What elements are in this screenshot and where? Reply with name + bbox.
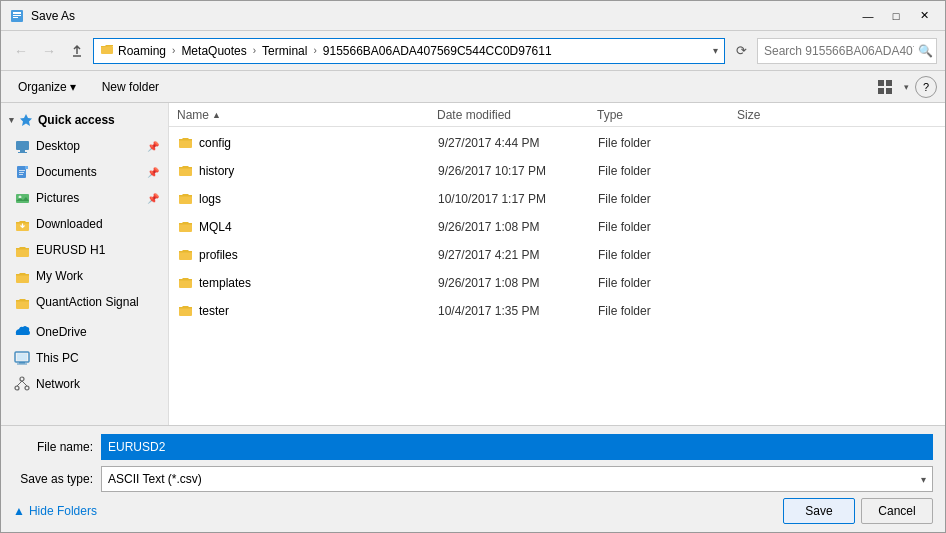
table-row[interactable]: MQL4 9/26/2017 1:08 PM File folder [169, 213, 945, 241]
sidebar-item-quantaction[interactable]: QuantAction Signal [1, 289, 168, 315]
filename-label: File name: [13, 440, 101, 454]
svg-rect-12 [18, 152, 27, 153]
onedrive-label: OneDrive [36, 325, 159, 339]
col-header-type[interactable]: Type [597, 108, 737, 122]
pin-icon: 📌 [147, 141, 159, 152]
file-name: templates [199, 276, 251, 290]
search-box[interactable]: 🔍 [757, 38, 937, 64]
documents-label: Documents [36, 165, 141, 179]
minimize-button[interactable]: — [855, 6, 881, 26]
col-header-name[interactable]: Name ▲ [177, 108, 437, 122]
quick-access-label: Quick access [38, 113, 160, 127]
quantaction-icon [14, 294, 30, 310]
search-input[interactable] [764, 44, 914, 58]
file-date: 10/10/2017 1:17 PM [438, 192, 598, 206]
my-work-label: My Work [36, 269, 159, 283]
sidebar-item-my-work[interactable]: My Work [1, 263, 168, 289]
sidebar-item-desktop[interactable]: Desktop 📌 [1, 133, 168, 159]
thispc-icon [14, 350, 30, 366]
svg-rect-11 [20, 150, 25, 152]
quantaction-label: QuantAction Signal [36, 295, 159, 309]
column-headers: Name ▲ Date modified Type Size [169, 103, 945, 127]
address-dropdown-arrow[interactable]: ▾ [713, 45, 718, 56]
file-name: config [199, 136, 231, 150]
col-header-size[interactable]: Size [737, 108, 837, 122]
up-button[interactable] [65, 39, 89, 63]
table-row[interactable]: tester 10/4/2017 1:35 PM File folder [169, 297, 945, 325]
folder-icon [178, 302, 193, 320]
sidebar-item-network[interactable]: Network [1, 371, 168, 397]
breadcrumb-metaquotes[interactable]: MetaQuotes [181, 44, 246, 58]
sidebar-item-eurusd[interactable]: EURUSD H1 [1, 237, 168, 263]
view-dropdown-button[interactable]: ▾ [899, 75, 913, 99]
sidebar-item-thispc[interactable]: This PC [1, 345, 168, 371]
forward-button[interactable]: → [37, 39, 61, 63]
folder-icon [178, 162, 193, 180]
table-row[interactable]: logs 10/10/2017 1:17 PM File folder [169, 185, 945, 213]
col-header-date[interactable]: Date modified [437, 108, 597, 122]
documents-pin-icon: 📌 [147, 167, 159, 178]
eurusd-icon [14, 242, 30, 258]
sidebar-item-onedrive[interactable]: OneDrive [1, 319, 168, 345]
breadcrumb-terminal[interactable]: Terminal [262, 44, 307, 58]
svg-rect-14 [25, 166, 28, 169]
file-date: 9/26/2017 1:08 PM [438, 220, 598, 234]
organize-button[interactable]: Organize ▾ [9, 75, 85, 99]
cancel-button[interactable]: Cancel [861, 498, 933, 524]
table-row[interactable]: profiles 9/27/2017 4:21 PM File folder [169, 241, 945, 269]
file-list: config 9/27/2017 4:44 PM File folder his… [169, 127, 945, 425]
svg-rect-7 [878, 88, 884, 94]
filetype-row: Save as type: ASCII Text (*.csv) ▾ [13, 466, 933, 492]
address-bar[interactable]: Roaming › MetaQuotes › Terminal › 915566… [93, 38, 725, 64]
svg-point-28 [20, 377, 24, 381]
new-folder-button[interactable]: New folder [93, 75, 168, 99]
view-controls: ▾ ? [873, 75, 937, 99]
table-row[interactable]: templates 9/26/2017 1:08 PM File folder [169, 269, 945, 297]
sidebar-item-pictures[interactable]: Pictures 📌 [1, 185, 168, 211]
close-button[interactable]: ✕ [911, 6, 937, 26]
filetype-dropdown-arrow: ▾ [921, 474, 926, 485]
sidebar-item-downloaded[interactable]: Downloaded [1, 211, 168, 237]
maximize-button[interactable]: □ [883, 6, 909, 26]
back-button[interactable]: ← [9, 39, 33, 63]
svg-rect-16 [19, 172, 24, 173]
quick-access-header[interactable]: ▾ Quick access [1, 107, 168, 133]
svg-rect-17 [19, 174, 23, 175]
refresh-button[interactable]: ⟳ [729, 38, 753, 64]
file-type: File folder [598, 248, 738, 262]
breadcrumb-guid[interactable]: 915566BA06ADA407569C544CC0D97611 [323, 44, 552, 58]
dialog-icon [9, 8, 25, 24]
help-button[interactable]: ? [915, 76, 937, 98]
network-icon [14, 376, 30, 392]
filename-input[interactable] [101, 434, 933, 460]
hide-folders-button[interactable]: ▲ Hide Folders [13, 504, 97, 518]
table-row[interactable]: config 9/27/2017 4:44 PM File folder [169, 129, 945, 157]
breadcrumb-roaming[interactable]: Roaming [118, 44, 166, 58]
table-row[interactable]: history 9/26/2017 10:17 PM File folder [169, 157, 945, 185]
filetype-select[interactable]: ASCII Text (*.csv) ▾ [101, 466, 933, 492]
svg-rect-4 [101, 46, 113, 54]
sidebar-item-documents[interactable]: Documents 📌 [1, 159, 168, 185]
title-bar: Save As — □ ✕ [1, 1, 945, 31]
quick-access-icon [18, 112, 34, 128]
svg-rect-15 [19, 170, 25, 171]
save-button[interactable]: Save [783, 498, 855, 524]
svg-line-31 [17, 381, 22, 386]
file-date: 10/4/2017 1:35 PM [438, 304, 598, 318]
file-name: profiles [199, 248, 238, 262]
filename-row: File name: [13, 434, 933, 460]
view-mode-button[interactable] [873, 75, 897, 99]
pictures-pin-icon: 📌 [147, 193, 159, 204]
eurusd-label: EURUSD H1 [36, 243, 159, 257]
svg-line-32 [22, 381, 27, 386]
network-label: Network [36, 377, 159, 391]
file-name: logs [199, 192, 221, 206]
secondary-toolbar: Organize ▾ New folder ▾ ? [1, 71, 945, 103]
svg-rect-27 [17, 364, 27, 365]
pictures-icon [14, 190, 30, 206]
svg-rect-25 [17, 354, 27, 361]
svg-point-29 [15, 386, 19, 390]
folder-icon [178, 246, 193, 264]
svg-rect-10 [16, 141, 29, 150]
quick-access-section: ▾ Quick access [1, 107, 168, 315]
